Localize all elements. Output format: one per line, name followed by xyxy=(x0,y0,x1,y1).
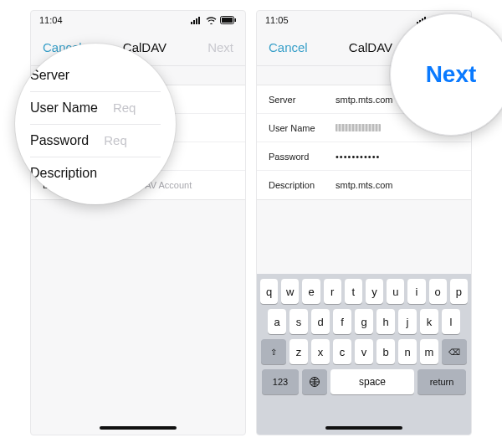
cancel-button[interactable]: Cancel xyxy=(269,40,308,54)
keyboard: qwertyuiop asdfghjkl ⇧zxcvbnm⌫ 123 space… xyxy=(257,274,471,435)
lens-password-label: Password xyxy=(30,133,89,148)
svg-rect-5 xyxy=(222,18,233,23)
key-t[interactable]: t xyxy=(345,279,362,304)
key-w[interactable]: w xyxy=(281,279,299,304)
lens-password-placeholder: Req xyxy=(104,133,127,147)
home-indicator xyxy=(325,426,402,430)
key-x[interactable]: x xyxy=(311,339,330,364)
key-p[interactable]: p xyxy=(450,279,468,304)
key-o[interactable]: o xyxy=(429,279,447,304)
key-c[interactable]: c xyxy=(333,339,351,364)
key-n[interactable]: n xyxy=(398,339,417,364)
next-button[interactable]: Next xyxy=(207,40,233,54)
svg-rect-2 xyxy=(196,18,197,24)
key-space[interactable]: space xyxy=(330,369,414,394)
key-123[interactable]: 123 xyxy=(262,369,299,394)
key-k[interactable]: k xyxy=(420,309,438,334)
keyboard-row-1: qwertyuiop xyxy=(260,279,468,304)
status-time: 11:05 xyxy=(265,15,289,25)
key-shift[interactable]: ⇧ xyxy=(261,339,286,364)
lens-password-row: Password Req xyxy=(30,125,161,157)
svg-rect-6 xyxy=(235,18,237,22)
lens-username-label: User Name xyxy=(30,100,98,116)
lens-username-placeholder: Req xyxy=(113,100,136,115)
lens-server-label: Server xyxy=(30,68,69,83)
lens-description-row: Description xyxy=(30,157,161,189)
key-delete[interactable]: ⌫ xyxy=(442,339,467,364)
password-value: ••••••••••• xyxy=(336,152,459,162)
key-z[interactable]: z xyxy=(289,339,308,364)
key-g[interactable]: g xyxy=(355,309,373,334)
description-label: Description xyxy=(269,180,336,190)
description-value: smtp.mts.com xyxy=(336,180,459,190)
nav-title: CalDAV xyxy=(349,40,392,54)
password-label: Password xyxy=(269,152,336,162)
status-bar: 11:04 xyxy=(31,11,245,29)
key-u[interactable]: u xyxy=(387,279,404,304)
server-label: Server xyxy=(269,95,336,105)
keyboard-row-3: ⇧zxcvbnm⌫ xyxy=(260,339,468,364)
key-e[interactable]: e xyxy=(302,279,320,304)
key-b[interactable]: b xyxy=(376,339,395,364)
svg-rect-1 xyxy=(193,20,195,24)
lens-server-row: Server xyxy=(30,59,161,92)
lens-next-button[interactable]: Next xyxy=(426,61,477,88)
battery-icon xyxy=(220,16,237,24)
key-q[interactable]: q xyxy=(260,279,278,304)
key-s[interactable]: s xyxy=(289,309,308,334)
key-globe[interactable] xyxy=(302,369,327,394)
key-f[interactable]: f xyxy=(333,309,351,334)
key-v[interactable]: v xyxy=(355,339,373,364)
key-h[interactable]: h xyxy=(376,309,395,334)
key-j[interactable]: j xyxy=(398,309,417,334)
status-time: 11:04 xyxy=(39,15,63,25)
zoom-lens-fields: Server User Name Req Password Req Descri… xyxy=(15,44,176,204)
key-i[interactable]: i xyxy=(407,279,425,304)
signal-icon xyxy=(191,17,202,24)
home-indicator xyxy=(100,426,177,430)
password-row[interactable]: Password ••••••••••• xyxy=(257,142,471,171)
status-indicators xyxy=(191,16,237,24)
globe-icon xyxy=(309,376,320,388)
key-return[interactable]: return xyxy=(417,369,466,394)
key-d[interactable]: d xyxy=(311,309,330,334)
username-label: User Name xyxy=(269,123,336,133)
key-m[interactable]: m xyxy=(420,339,438,364)
username-redacted xyxy=(336,124,381,131)
wifi-icon xyxy=(206,17,217,24)
key-y[interactable]: y xyxy=(366,279,383,304)
svg-rect-0 xyxy=(191,22,192,24)
svg-rect-3 xyxy=(198,17,200,24)
key-l[interactable]: l xyxy=(442,309,460,334)
key-a[interactable]: a xyxy=(268,309,286,334)
key-r[interactable]: r xyxy=(324,279,341,304)
description-row[interactable]: Description smtp.mts.com xyxy=(257,171,471,199)
lens-username-row: User Name Req xyxy=(30,92,161,125)
zoom-lens-next: Next xyxy=(390,13,502,136)
lens-description-label: Description xyxy=(30,166,97,181)
keyboard-row-2: asdfghjkl xyxy=(260,309,468,334)
keyboard-row-bottom: 123 space return xyxy=(260,369,468,394)
